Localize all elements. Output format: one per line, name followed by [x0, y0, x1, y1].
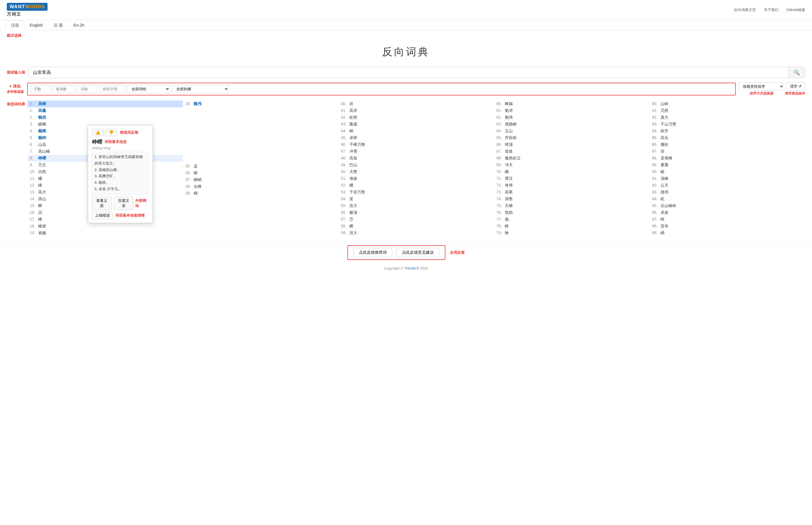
list-item[interactable]: 88.圣母峰 [650, 155, 805, 162]
list-item[interactable]: 20.巍伟 [183, 101, 338, 107]
list-item[interactable]: 62.魁伟 [494, 114, 649, 121]
list-item[interactable]: 52.嶫 [339, 182, 494, 189]
list-item[interactable]: 46.千峰万壑 [339, 141, 494, 148]
list-item[interactable]: 41.高岸 [339, 107, 494, 114]
list-item[interactable]: 80.山岭 [650, 101, 805, 107]
filter-rhyme[interactable]: 全部韵脚aoei [172, 85, 229, 93]
list-item[interactable]: 68.傲然屹立 [494, 155, 649, 162]
list-item[interactable]: 65.齐崭崭 [494, 135, 649, 141]
list-item[interactable]: 98.贡布 [650, 223, 805, 230]
feedback-suggest-button[interactable]: 点此反馈意见建议 [397, 248, 439, 257]
list-item[interactable]: 77.巅 [494, 216, 649, 223]
list-item[interactable]: 39.峣 [183, 190, 338, 197]
tab-hanzyu[interactable]: 汉语 [6, 21, 24, 30]
list-item[interactable]: 87.崇 [650, 148, 805, 155]
list-item[interactable]: 18.峻拔 [28, 223, 183, 230]
filter-pinyin[interactable] [99, 85, 125, 93]
logo-want: WANT [10, 4, 25, 9]
list-item[interactable]: 84.崭齐 [650, 128, 805, 135]
list-item[interactable]: 2.巍然 [28, 114, 183, 121]
list-item[interactable]: 44.峭 [339, 128, 494, 135]
list-item[interactable]: 60.峰巅 [494, 101, 649, 107]
list-item[interactable]: 83.千山万壑 [650, 121, 805, 128]
clear-button[interactable]: 清空 ↺ [786, 82, 805, 91]
popup-report-button[interactable]: 上报错误 [92, 211, 113, 220]
list-item[interactable]: 43.隆盛 [339, 121, 494, 128]
list-item[interactable]: 48.高耸 [339, 155, 494, 162]
filter-toggle[interactable]: ▼ 筛选: 多种筛选器 [7, 84, 24, 94]
list-item[interactable]: 97.峙 [650, 216, 805, 223]
popup-thumbup-button[interactable]: 👍 [92, 129, 104, 136]
list-item[interactable]: 40.岩 [339, 101, 494, 107]
list-item[interactable]: 37.峻峭 [183, 176, 338, 183]
search-input[interactable] [29, 67, 788, 78]
list-item[interactable]: 0.高峻 [28, 101, 183, 107]
list-item[interactable]: 67.耸拔 [494, 148, 649, 155]
list-item[interactable]: 92.云天 [650, 182, 805, 189]
nav-github[interactable]: GitHub链接 [786, 7, 805, 13]
list-item[interactable]: 86.偃松 [650, 141, 805, 148]
list-item[interactable]: 99.峭 [650, 230, 805, 237]
list-item[interactable]: 90.嵯 [650, 168, 805, 175]
list-item[interactable]: 85.高头 [650, 135, 805, 141]
list-item[interactable]: 78.峤 [494, 223, 649, 230]
sort-select[interactable]: 按相关性排序按笔画数排序按词频排序 [739, 82, 784, 91]
list-item[interactable]: 69.冲天 [494, 162, 649, 168]
list-item[interactable]: 71.霄汉 [494, 175, 649, 182]
list-item[interactable]: 54.发 [339, 196, 494, 202]
list-item[interactable]: 95.丛山峻岭 [650, 202, 805, 209]
list-item[interactable]: 55.浩大 [339, 202, 494, 209]
list-item[interactable]: 49.巴山 [339, 162, 494, 168]
list-item[interactable]: 51.海拔 [339, 175, 494, 182]
list-item[interactable]: 35.岌 [183, 163, 338, 170]
list-item[interactable]: 81.兀然 [650, 107, 805, 114]
list-item[interactable]: 59.洪大 [339, 230, 494, 237]
list-item[interactable]: 74.深壑 [494, 196, 649, 202]
list-item[interactable]: 19.崔巍 [28, 230, 183, 237]
list-item[interactable]: 38.尖峰 [183, 183, 338, 190]
list-item[interactable]: 58.嶙 [339, 223, 494, 230]
tab-english[interactable]: English [24, 21, 48, 30]
list-item[interactable]: 94.屹 [650, 196, 805, 202]
list-item[interactable]: 63.虎跳峡 [494, 121, 649, 128]
nav-about[interactable]: 关于我们 [764, 7, 779, 13]
list-item[interactable]: 91.顶峰 [650, 175, 805, 182]
list-item[interactable]: 72.奇伟 [494, 182, 649, 189]
popup-baidu-button[interactable]: 百度汉语 [114, 197, 133, 210]
list-item[interactable]: 47.冲霄 [339, 148, 494, 155]
list-item[interactable]: 82.庞大 [650, 114, 805, 121]
logo-zh: 万词王 [7, 12, 21, 17]
list-item[interactable]: 70.崛 [494, 168, 649, 175]
list-item[interactable]: 42.屹然 [339, 114, 494, 121]
filter-pos[interactable]: 全部词性名词动词形容词副词 [127, 85, 170, 93]
list-item[interactable]: 64.玉山 [494, 128, 649, 135]
list-item[interactable]: 79.矬 [494, 230, 649, 237]
list-item[interactable]: 36.峻 [183, 170, 338, 176]
list-item[interactable]: 53.千岩万壑 [339, 189, 494, 196]
list-item[interactable]: 75.天梯 [494, 202, 649, 209]
list-item[interactable]: 93.雄伟 [650, 189, 805, 196]
list-item[interactable]: 61.魁岸 [494, 107, 649, 114]
list-item[interactable]: 76.危殆 [494, 209, 649, 216]
popup-cihai-button[interactable]: 查看义原 [92, 197, 111, 210]
filter-brush-count[interactable] [53, 85, 75, 93]
feedback-recommend-button[interactable]: 点此反馈推荐词 [354, 248, 392, 257]
list-item[interactable]: 96.卓拔 [650, 209, 805, 216]
popup-thumbdown-button[interactable]: 👎 [105, 129, 117, 136]
list-item[interactable]: 89.重重 [650, 162, 805, 168]
list-item[interactable]: 45.卓荦 [339, 135, 494, 141]
filter-word-form[interactable] [78, 85, 97, 93]
list-item[interactable]: 50.大壑 [339, 168, 494, 175]
list-item[interactable]: 66.绝顶 [494, 141, 649, 148]
sort-label: 排序方式选择器 [750, 91, 773, 96]
filter-stroke-count[interactable] [31, 85, 50, 93]
filter-box: 全部词性名词动词形容词副词 全部韵脚aoei [27, 83, 736, 95]
nav-home[interactable]: 反向词典主页 [734, 7, 756, 13]
tab-en-zh[interactable]: En-Zh [68, 21, 90, 30]
search-button[interactable]: 🔍 [788, 67, 805, 78]
list-item[interactable]: 1.高矗 [28, 107, 183, 114]
list-item[interactable]: 73.高寒 [494, 189, 649, 196]
tab-han-en[interactable]: 汉-英 [48, 21, 68, 30]
list-item[interactable]: 56.极顶 [339, 209, 494, 216]
list-item[interactable]: 57.峦 [339, 216, 494, 223]
